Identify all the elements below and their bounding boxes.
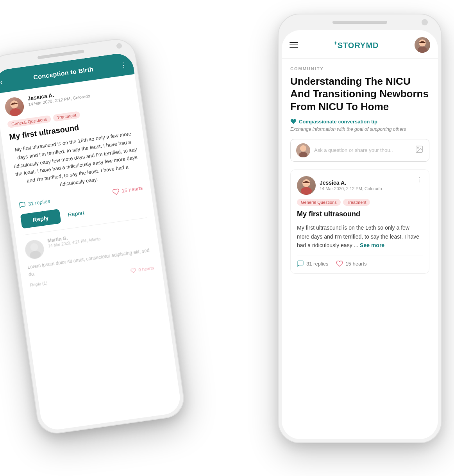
right-post-meta: Jessica A. 14 Mar 2020, 2:12 PM, Colorad… [297,176,423,195]
right-post-card: Jessica A. 14 Mar 2020, 2:12 PM, Colorad… [290,169,429,274]
right-hearts-count: 15 hearts [336,260,366,267]
avatar-jessica-right [297,176,316,195]
svg-point-8 [299,152,307,157]
heart-icon-left [112,187,120,195]
svg-point-6 [418,46,427,53]
secondary-author-info: Martin G. 14 Mar 2020, 4:21 PM, Atlanta [47,224,149,248]
svg-point-3 [30,242,39,251]
tag-general[interactable]: General Questions [7,115,51,128]
reply-link[interactable]: Reply (1) [30,280,48,287]
logo-name: STORYMD [338,41,379,49]
ask-avatar [296,143,310,157]
right-post-author-info: Jessica A. 14 Mar 2020, 2:12 PM, Colorad… [320,180,382,191]
right-replies-count: 31 replies [297,260,328,267]
secondary-post-card: Martin G. 14 Mar 2020, 4:21 PM, Atlanta … [24,224,154,288]
svg-point-10 [417,148,418,149]
hamburger-menu[interactable] [290,42,298,48]
header-title: Conception to Birth [33,66,94,81]
report-button[interactable]: Report [68,209,85,218]
hamburger-line-1 [290,42,298,43]
right-replies-label: 31 replies [306,261,328,267]
heart-icon-secondary [130,267,137,274]
tip-subtitle: Exchange information with the goal of su… [290,126,429,133]
svg-point-12 [301,187,312,195]
replies-label-left: 31 replies [28,198,50,207]
heart-icon-right [336,260,343,267]
right-author-name: Jessica A. [320,180,382,186]
right-post-body-text: My first ultrasound is on the 16th so on… [297,225,419,248]
ask-question-bar[interactable]: Ask a question or share your thou.. [290,139,429,162]
article-title: Understanding The NICU And Transitioning… [290,75,429,113]
right-post-date: 14 Mar 2020, 2:12 PM, Colorado [320,186,382,191]
right-post-body: My first ultrasound is on the 16th so on… [297,223,423,250]
svg-point-4 [29,250,41,259]
left-phone-content: Jessica A. 14 Mar 2020, 2:12 PM, Colorad… [0,74,163,295]
left-phone: ‹ Conception to Birth ⋮ [0,36,186,436]
hamburger-line-3 [290,47,298,48]
hamburger-line-2 [290,45,298,45]
right-tag-general[interactable]: General Questions [297,199,341,206]
right-post-title: My first ultrasound [297,210,423,219]
secondary-hearts: 0 hearts [130,265,154,273]
see-more-link[interactable]: See more [360,242,384,248]
menu-dots-icon[interactable]: ⋮ [119,60,127,70]
community-label: COMMUNITY [290,66,429,71]
left-phone-screen: ‹ Conception to Birth ⋮ [0,52,182,431]
compassionate-tip: Compassionate conversation tip [290,118,429,125]
right-tags-row: General Questions Treatment [297,199,423,206]
svg-point-1 [9,107,21,117]
right-tag-treatment[interactable]: Treatment [343,199,370,206]
chat-icon-right [297,260,304,267]
avatar-martin [24,239,45,260]
right-post-actions: 31 replies 15 hearts [297,255,423,267]
image-upload-icon[interactable] [415,145,424,155]
ask-input-placeholder[interactable]: Ask a question or share your thou.. [314,147,411,153]
logo-plus: + [334,40,337,46]
right-phone: +STORYMD COMMUNITY Understanding The NIC… [278,14,442,443]
right-phone-screen: +STORYMD COMMUNITY Understanding The NIC… [282,30,438,439]
compassionate-tip-label: Compassionate conversation tip [299,119,377,125]
reply-button[interactable]: Reply [20,209,61,228]
right-hearts-label: 15 hearts [345,261,366,267]
right-phone-content: COMMUNITY Understanding The NICU And Tra… [282,59,438,282]
back-button[interactable]: ‹ [0,77,3,87]
secondary-hearts-label: 0 hearts [138,265,154,272]
tag-treatment[interactable]: Treatment [53,111,81,122]
svg-point-7 [300,145,306,152]
right-phone-header: +STORYMD [282,30,438,59]
heart-filled-icon [290,118,297,125]
header-avatar-right[interactable] [415,37,430,53]
hearts-count-left: 15 hearts [112,184,143,196]
replies-count-left: 31 replies [18,197,50,209]
avatar-jessica-left [4,96,25,117]
right-post-author: Jessica A. 14 Mar 2020, 2:12 PM, Colorad… [297,176,382,195]
right-phone-shell: +STORYMD COMMUNITY Understanding The NIC… [278,14,442,443]
scene: ‹ Conception to Birth ⋮ [12,14,442,463]
app-logo: +STORYMD [334,40,379,50]
chat-icon-left [18,201,26,209]
right-post-menu-dots[interactable]: ⋮ [416,176,423,184]
left-phone-shell: ‹ Conception to Birth ⋮ [0,36,186,436]
post-card-left: Jessica A. 14 Mar 2020, 2:12 PM, Colorad… [4,81,146,228]
hearts-label-left: 15 hearts [121,185,143,194]
